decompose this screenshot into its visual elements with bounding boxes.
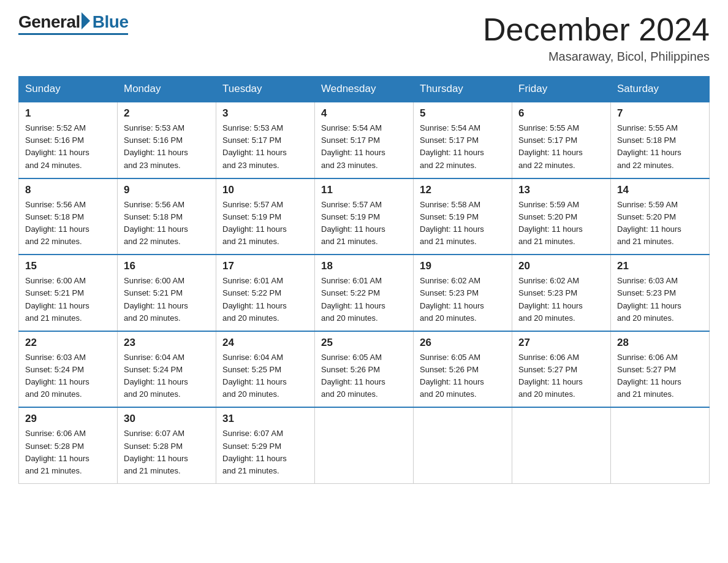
day-info: Sunrise: 5:57 AMSunset: 5:19 PMDaylight:… xyxy=(222,199,308,248)
day-info: Sunrise: 6:06 AMSunset: 5:27 PMDaylight:… xyxy=(617,351,703,401)
day-info: Sunrise: 5:55 AMSunset: 5:18 PMDaylight:… xyxy=(617,122,703,172)
day-number: 14 xyxy=(617,184,703,196)
day-info: Sunrise: 6:01 AMSunset: 5:22 PMDaylight:… xyxy=(321,275,407,324)
day-number: 1 xyxy=(25,107,111,120)
day-number: 21 xyxy=(617,260,703,272)
logo: General Blue xyxy=(18,12,128,35)
day-number: 5 xyxy=(420,107,506,120)
day-cell: 22Sunrise: 6:03 AMSunset: 5:24 PMDayligh… xyxy=(19,331,118,408)
day-number: 9 xyxy=(124,184,210,196)
day-number: 3 xyxy=(222,107,308,120)
day-info: Sunrise: 5:53 AMSunset: 5:17 PMDaylight:… xyxy=(222,122,308,172)
day-number: 11 xyxy=(321,184,407,196)
day-number: 30 xyxy=(124,413,210,425)
day-cell: 15Sunrise: 6:00 AMSunset: 5:21 PMDayligh… xyxy=(19,255,118,331)
day-cell: 12Sunrise: 5:58 AMSunset: 5:19 PMDayligh… xyxy=(414,178,512,255)
day-info: Sunrise: 6:05 AMSunset: 5:26 PMDaylight:… xyxy=(420,351,506,401)
logo-blue-text: Blue xyxy=(93,12,129,32)
day-number: 15 xyxy=(25,260,111,272)
week-row-3: 15Sunrise: 6:00 AMSunset: 5:21 PMDayligh… xyxy=(19,255,710,331)
day-number: 13 xyxy=(518,184,604,196)
day-cell: 25Sunrise: 6:05 AMSunset: 5:26 PMDayligh… xyxy=(315,331,414,408)
day-info: Sunrise: 6:07 AMSunset: 5:29 PMDaylight:… xyxy=(222,427,308,477)
calendar-table: SundayMondayTuesdayWednesdayThursdayFrid… xyxy=(18,76,710,484)
header-row: SundayMondayTuesdayWednesdayThursdayFrid… xyxy=(19,77,710,102)
header-cell-wednesday: Wednesday xyxy=(315,77,414,102)
day-info: Sunrise: 5:57 AMSunset: 5:19 PMDaylight:… xyxy=(321,199,407,248)
day-cell: 3Sunrise: 5:53 AMSunset: 5:17 PMDaylight… xyxy=(216,102,315,178)
day-info: Sunrise: 6:00 AMSunset: 5:21 PMDaylight:… xyxy=(25,275,111,324)
day-info: Sunrise: 5:52 AMSunset: 5:16 PMDaylight:… xyxy=(25,122,111,172)
day-cell: 14Sunrise: 5:59 AMSunset: 5:20 PMDayligh… xyxy=(611,178,710,255)
day-cell: 19Sunrise: 6:02 AMSunset: 5:23 PMDayligh… xyxy=(414,255,512,331)
day-number: 20 xyxy=(518,260,604,272)
calendar-header: SundayMondayTuesdayWednesdayThursdayFrid… xyxy=(19,77,710,102)
week-row-1: 1Sunrise: 5:52 AMSunset: 5:16 PMDaylight… xyxy=(19,102,710,178)
day-info: Sunrise: 6:00 AMSunset: 5:21 PMDaylight:… xyxy=(124,275,210,324)
day-number: 24 xyxy=(222,337,308,349)
day-cell xyxy=(414,407,512,483)
day-cell: 24Sunrise: 6:04 AMSunset: 5:25 PMDayligh… xyxy=(216,331,315,408)
header-cell-sunday: Sunday xyxy=(19,77,118,102)
week-row-2: 8Sunrise: 5:56 AMSunset: 5:18 PMDaylight… xyxy=(19,178,710,255)
logo-triangle-icon xyxy=(82,12,90,29)
day-number: 28 xyxy=(617,337,703,349)
day-number: 31 xyxy=(222,413,308,425)
day-cell: 31Sunrise: 6:07 AMSunset: 5:29 PMDayligh… xyxy=(216,407,315,483)
day-number: 27 xyxy=(518,337,604,349)
day-info: Sunrise: 5:58 AMSunset: 5:19 PMDaylight:… xyxy=(420,199,506,248)
location-subtitle: Masaraway, Bicol, Philippines xyxy=(483,50,710,64)
day-cell: 1Sunrise: 5:52 AMSunset: 5:16 PMDaylight… xyxy=(19,102,118,178)
day-number: 22 xyxy=(25,337,111,349)
title-area: December 2024 Masaraway, Bicol, Philippi… xyxy=(483,12,710,64)
day-cell: 21Sunrise: 6:03 AMSunset: 5:23 PMDayligh… xyxy=(611,255,710,331)
day-cell: 20Sunrise: 6:02 AMSunset: 5:23 PMDayligh… xyxy=(512,255,611,331)
logo-underline xyxy=(18,33,128,35)
day-cell: 8Sunrise: 5:56 AMSunset: 5:18 PMDaylight… xyxy=(19,178,118,255)
day-number: 7 xyxy=(617,107,703,120)
day-number: 10 xyxy=(222,184,308,196)
day-cell: 10Sunrise: 5:57 AMSunset: 5:19 PMDayligh… xyxy=(216,178,315,255)
day-cell xyxy=(315,407,414,483)
day-cell: 26Sunrise: 6:05 AMSunset: 5:26 PMDayligh… xyxy=(414,331,512,408)
logo-general-text: General xyxy=(18,12,80,32)
header-cell-thursday: Thursday xyxy=(414,77,512,102)
header-cell-tuesday: Tuesday xyxy=(216,77,315,102)
day-info: Sunrise: 6:06 AMSunset: 5:28 PMDaylight:… xyxy=(25,427,111,477)
day-number: 19 xyxy=(420,260,506,272)
day-cell: 18Sunrise: 6:01 AMSunset: 5:22 PMDayligh… xyxy=(315,255,414,331)
day-info: Sunrise: 5:54 AMSunset: 5:17 PMDaylight:… xyxy=(420,122,506,172)
day-number: 29 xyxy=(25,413,111,425)
header-cell-saturday: Saturday xyxy=(611,77,710,102)
day-number: 25 xyxy=(321,337,407,349)
day-cell: 17Sunrise: 6:01 AMSunset: 5:22 PMDayligh… xyxy=(216,255,315,331)
day-cell: 11Sunrise: 5:57 AMSunset: 5:19 PMDayligh… xyxy=(315,178,414,255)
day-cell: 27Sunrise: 6:06 AMSunset: 5:27 PMDayligh… xyxy=(512,331,611,408)
day-number: 16 xyxy=(124,260,210,272)
page-header: General Blue December 2024 Masaraway, Bi… xyxy=(18,12,710,64)
day-info: Sunrise: 5:54 AMSunset: 5:17 PMDaylight:… xyxy=(321,122,407,172)
day-info: Sunrise: 6:02 AMSunset: 5:23 PMDaylight:… xyxy=(420,275,506,324)
day-cell: 13Sunrise: 5:59 AMSunset: 5:20 PMDayligh… xyxy=(512,178,611,255)
day-number: 12 xyxy=(420,184,506,196)
header-cell-monday: Monday xyxy=(118,77,216,102)
day-cell: 4Sunrise: 5:54 AMSunset: 5:17 PMDaylight… xyxy=(315,102,414,178)
day-info: Sunrise: 6:04 AMSunset: 5:25 PMDaylight:… xyxy=(222,351,308,401)
week-row-4: 22Sunrise: 6:03 AMSunset: 5:24 PMDayligh… xyxy=(19,331,710,408)
day-cell: 6Sunrise: 5:55 AMSunset: 5:17 PMDaylight… xyxy=(512,102,611,178)
day-info: Sunrise: 6:03 AMSunset: 5:23 PMDaylight:… xyxy=(617,275,703,324)
day-cell: 23Sunrise: 6:04 AMSunset: 5:24 PMDayligh… xyxy=(118,331,216,408)
day-info: Sunrise: 6:03 AMSunset: 5:24 PMDaylight:… xyxy=(25,351,111,401)
week-row-5: 29Sunrise: 6:06 AMSunset: 5:28 PMDayligh… xyxy=(19,407,710,483)
day-cell: 9Sunrise: 5:56 AMSunset: 5:18 PMDaylight… xyxy=(118,178,216,255)
month-title: December 2024 xyxy=(483,12,710,47)
day-number: 2 xyxy=(124,107,210,120)
day-cell: 30Sunrise: 6:07 AMSunset: 5:28 PMDayligh… xyxy=(118,407,216,483)
day-info: Sunrise: 6:01 AMSunset: 5:22 PMDaylight:… xyxy=(222,275,308,324)
day-number: 18 xyxy=(321,260,407,272)
day-info: Sunrise: 6:02 AMSunset: 5:23 PMDaylight:… xyxy=(518,275,604,324)
day-info: Sunrise: 5:55 AMSunset: 5:17 PMDaylight:… xyxy=(518,122,604,172)
day-number: 6 xyxy=(518,107,604,120)
day-number: 8 xyxy=(25,184,111,196)
day-info: Sunrise: 6:05 AMSunset: 5:26 PMDaylight:… xyxy=(321,351,407,401)
